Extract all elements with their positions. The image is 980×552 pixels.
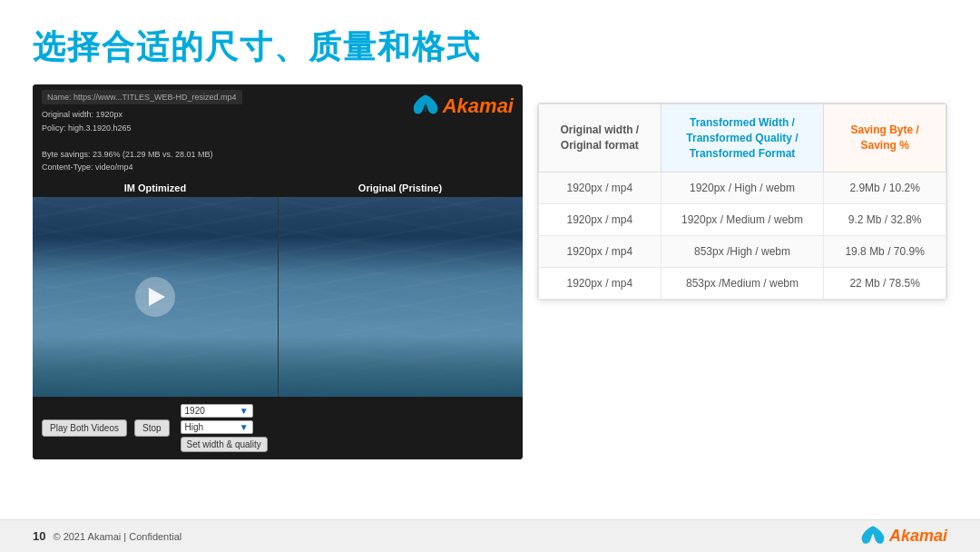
video-header: Name: https://www... TITLES_WEB-HD_resiz… (33, 84, 523, 179)
table-row: 1920px / mp4853px /High / webm19.8 Mb / … (539, 236, 946, 268)
cell-original: 1920px / mp4 (539, 204, 662, 236)
url-bar: Name: https://www... TITLES_WEB-HD_resiz… (42, 90, 242, 104)
cell-transformed: 1920px / High / webm (661, 172, 824, 204)
cell-transformed: 1920px / Medium / webm (661, 204, 824, 236)
slide-footer: 10 © 2021 Akamai | Confidential Akamai (0, 519, 980, 552)
page-number: 10 (33, 529, 45, 543)
policy: Policy: high.3.1920.h265 (42, 122, 242, 134)
play-icon (149, 288, 165, 306)
cell-saving: 19.8 Mb / 70.9% (824, 236, 946, 268)
quality-value: High (185, 422, 204, 432)
content-area: Name: https://www... TITLES_WEB-HD_resiz… (33, 84, 947, 459)
filename-text: TITLES_WEB-HD_resized.mp4 (122, 91, 237, 104)
play-button[interactable] (135, 277, 175, 317)
video-screen-right (279, 197, 524, 397)
cell-saving: 22 Mb / 78.5% (824, 268, 946, 300)
set-width-quality-button[interactable]: Set width & quality (181, 437, 268, 452)
copyright-text: © 2021 Akamai | Confidential (53, 531, 181, 542)
video-player: Name: https://www... TITLES_WEB-HD_resiz… (33, 84, 523, 459)
quality-arrow: ▼ (240, 422, 249, 432)
slide-title: 选择合适的尺寸、质量和格式 (33, 25, 947, 70)
video-meta: Name: https://www... TITLES_WEB-HD_resiz… (42, 90, 242, 173)
table-row: 1920px / mp4853px /Medium / webm22 Mb / … (539, 268, 946, 300)
content-type: Content-Type: video/mp4 (42, 161, 242, 173)
comparison-table: Original width / Original format Transfo… (538, 104, 946, 300)
cell-transformed: 853px /Medium / webm (661, 268, 824, 300)
play-both-button[interactable]: Play Both Videos (42, 419, 127, 437)
cell-original: 1920px / mp4 (539, 172, 662, 204)
video-controls: Play Both Videos Stop 1920 ▼ High ▼ Set … (33, 397, 523, 459)
table-header-row: Original width / Original format Transfo… (539, 104, 946, 172)
akamai-text: Akamai (443, 90, 514, 122)
cell-saving: 9.2 Mb / 32.8% (824, 204, 946, 236)
cell-original: 1920px / mp4 (539, 268, 662, 300)
url-text: Name: https://www... (47, 91, 122, 104)
cell-original: 1920px / mp4 (539, 236, 662, 268)
table-row: 1920px / mp41920px / High / webm2.9Mb / … (539, 172, 946, 204)
header-original: Original width / Original format (539, 104, 662, 172)
slide-container: 选择合适的尺寸、质量和格式 Name: https://www... TITLE… (0, 0, 980, 552)
cell-transformed: 853px /High / webm (661, 236, 824, 268)
label-optimized: IM Optimized (33, 182, 278, 193)
byte-savings: Byte savings: 23.96% (21.29 MB vs. 28.01… (42, 148, 242, 161)
video-screens (33, 197, 523, 397)
akamai-bird-icon (411, 94, 440, 119)
footer-left: 10 © 2021 Akamai | Confidential (33, 529, 181, 543)
label-original: Original (Pristine) (278, 182, 523, 193)
header-transformed: Transformed Width / Transformed Quality … (661, 104, 824, 172)
width-arrow: ▼ (240, 406, 249, 416)
wave-overlay-right (279, 277, 524, 397)
akamai-logo: Akamai (411, 90, 514, 122)
original-width: Original width: 1920px (42, 108, 242, 121)
footer-akamai-bird-icon (859, 525, 887, 548)
header-saving: Saving Byte / Saving % (824, 104, 946, 172)
width-value: 1920 (185, 406, 205, 416)
footer-akamai-text: Akamai (889, 527, 947, 546)
video-labels: IM Optimized Original (Pristine) (33, 179, 523, 197)
data-table-section: Original width / Original format Transfo… (537, 103, 947, 301)
quality-controls: 1920 ▼ High ▼ Set width & quality (181, 404, 268, 452)
video-screen-left (33, 197, 279, 397)
table-row: 1920px / mp41920px / Medium / webm9.2 Mb… (539, 204, 946, 236)
cell-saving: 2.9Mb / 10.2% (824, 172, 946, 204)
width-select[interactable]: 1920 ▼ (181, 404, 253, 418)
stop-button[interactable]: Stop (134, 419, 170, 437)
footer-akamai-logo: Akamai (859, 525, 947, 548)
quality-select[interactable]: High ▼ (181, 420, 253, 434)
